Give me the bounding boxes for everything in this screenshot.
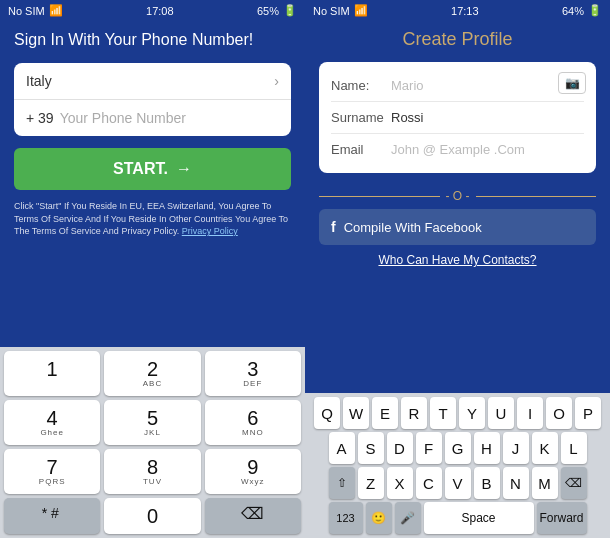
keypad-row-4: * # ‌ 0 ⌫ [4,498,301,534]
country-card: › + 39 Your Phone Number [14,63,291,136]
camera-icon[interactable]: 📷 [558,72,586,94]
left-battery-icon: 🔋 [283,4,297,17]
left-carrier: No SIM [8,5,45,17]
keypad-row-2: 4Ghee 5JKL 6MNO [4,400,301,445]
phone-row[interactable]: + 39 Your Phone Number [14,100,291,136]
email-label: Email [331,142,391,157]
key-symbols[interactable]: * # ‌ [4,498,100,534]
divider-line-right [476,196,597,197]
key-e[interactable]: E [372,397,398,429]
key-1[interactable]: 1 [4,351,100,396]
key-0[interactable]: 0 [104,498,200,534]
key-o[interactable]: O [546,397,572,429]
left-time: 17:08 [146,5,174,17]
chevron-icon: › [274,73,279,89]
key-i[interactable]: I [517,397,543,429]
shift-key[interactable]: ⇧ [329,467,355,499]
space-key[interactable]: Space [424,502,534,534]
surname-label: Surname [331,110,391,125]
left-status-bar: No SIM 📶 17:08 65% 🔋 [0,0,305,21]
right-content: Create Profile 📷 Name: Mario Surname Ros… [305,21,610,393]
key-9[interactable]: 9Wxyz [205,449,301,494]
right-carrier: No SIM [313,5,350,17]
facebook-button[interactable]: f Compile With Facebook [319,209,596,245]
sign-in-title: Sign In With Your Phone Number! [14,31,291,49]
key-m[interactable]: M [532,467,558,499]
left-phone-screen: No SIM 📶 17:08 65% 🔋 Sign In With Your P… [0,0,305,538]
create-profile-title: Create Profile [319,29,596,50]
key-f[interactable]: F [416,432,442,464]
num-key[interactable]: 123 [329,502,363,534]
name-placeholder: Mario [391,78,584,93]
key-b[interactable]: B [474,467,500,499]
start-label: START. [113,160,168,178]
who-contacts-link[interactable]: Who Can Have My Contacts? [319,253,596,267]
key-7[interactable]: 7PQRS [4,449,100,494]
profile-card: 📷 Name: Mario Surname Rossi Email John @… [319,62,596,173]
left-content: Sign In With Your Phone Number! › + 39 Y… [0,21,305,347]
key-y[interactable]: Y [459,397,485,429]
key-3[interactable]: 3DEF [205,351,301,396]
surname-value: Rossi [391,110,584,125]
key-v[interactable]: V [445,467,471,499]
key-q[interactable]: Q [314,397,340,429]
kb-row-3: ⇧ Z X C V B N M ⌫ [307,467,608,499]
key-g[interactable]: G [445,432,471,464]
kb-row-1: Q W E R T Y U I O P [307,397,608,429]
name-field[interactable]: Name: Mario [331,70,584,102]
qwerty-keyboard: Q W E R T Y U I O P A S D F G H J K L ⇧ … [305,393,610,538]
country-input[interactable] [26,73,274,89]
key-8[interactable]: 8TUV [104,449,200,494]
keypad-row-3: 7PQRS 8TUV 9Wxyz [4,449,301,494]
key-delete[interactable]: ⌫ [205,498,301,534]
key-c[interactable]: C [416,467,442,499]
key-a[interactable]: A [329,432,355,464]
right-battery: 64% [562,5,584,17]
mic-key[interactable]: 🎤 [395,502,421,534]
key-s[interactable]: S [358,432,384,464]
key-4[interactable]: 4Ghee [4,400,100,445]
key-h[interactable]: H [474,432,500,464]
facebook-icon: f [331,219,336,235]
right-battery-icon: 🔋 [588,4,602,17]
name-label: Name: [331,78,391,93]
numeric-keypad: 1 2ABC 3DEF 4Ghee 5JKL 6MNO 7PQRS 8TUV 9… [0,347,305,538]
email-placeholder: John @ Example .Com [391,142,584,157]
start-button[interactable]: START. → [14,148,291,190]
key-w[interactable]: W [343,397,369,429]
key-t[interactable]: T [430,397,456,429]
right-signal-icon: 📶 [354,4,368,17]
key-n[interactable]: N [503,467,529,499]
country-row[interactable]: › [14,63,291,100]
key-6[interactable]: 6MNO [205,400,301,445]
facebook-label: Compile With Facebook [344,220,482,235]
kb-row-bottom: 123 🙂 🎤 Space Forward [307,502,608,534]
right-status-bar: No SIM 📶 17:13 64% 🔋 [305,0,610,21]
surname-field[interactable]: Surname Rossi [331,102,584,134]
divider-or: - O - [319,189,596,203]
left-battery: 65% [257,5,279,17]
key-l[interactable]: L [561,432,587,464]
key-k[interactable]: K [532,432,558,464]
key-d[interactable]: D [387,432,413,464]
key-5[interactable]: 5JKL [104,400,200,445]
phone-placeholder: Your Phone Number [60,110,186,126]
kb-row-2: A S D F G H J K L [307,432,608,464]
email-field[interactable]: Email John @ Example .Com [331,134,584,165]
emoji-key[interactable]: 🙂 [366,502,392,534]
forward-key[interactable]: Forward [537,502,587,534]
key-z[interactable]: Z [358,467,384,499]
key-j[interactable]: J [503,432,529,464]
key-p[interactable]: P [575,397,601,429]
key-r[interactable]: R [401,397,427,429]
key-u[interactable]: U [488,397,514,429]
terms-link[interactable]: Privacy Policy [182,226,238,236]
terms-text: Click "Start" If You Reside In EU, EEA S… [14,200,291,238]
key-x[interactable]: X [387,467,413,499]
phone-prefix: + 39 [26,110,54,126]
kb-delete-key[interactable]: ⌫ [561,467,587,499]
left-signal-icon: 📶 [49,4,63,17]
keypad-row-1: 1 2ABC 3DEF [4,351,301,396]
divider-text: - O - [446,189,470,203]
key-2[interactable]: 2ABC [104,351,200,396]
